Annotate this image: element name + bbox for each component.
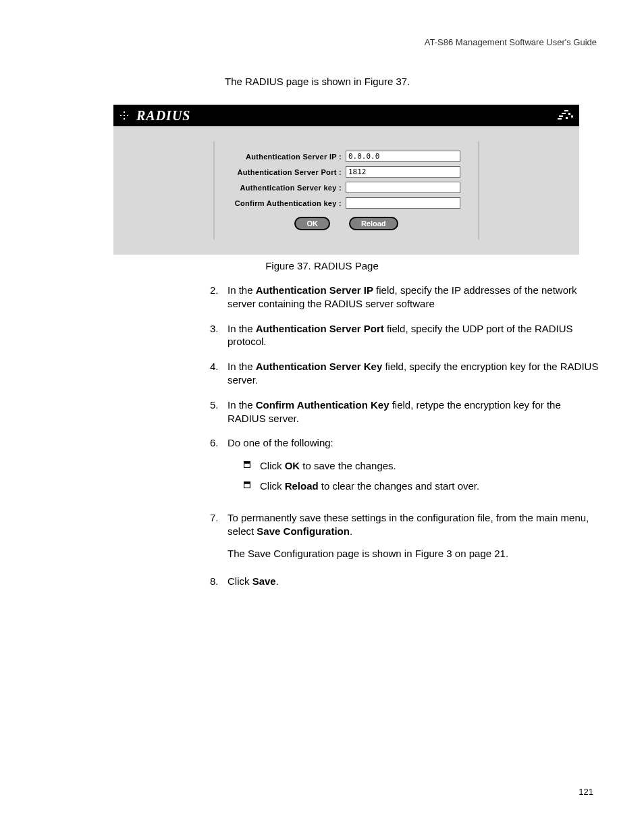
t: In the [227,361,256,372]
t: Click [260,460,285,471]
t: . [276,575,279,587]
t: In the [227,284,256,296]
step-body: In the Confirm Authentication Key field,… [227,398,600,425]
step-3: 3. In the Authentication Server Port fie… [210,322,600,349]
page-number: 121 [579,787,593,797]
t: Click Reload to clear the changes and st… [260,479,479,493]
t-bold: Save Configuration [257,525,350,537]
row-auth-ip: Authentication Server IP : [224,151,468,162]
t: to clear the changes and start over. [319,480,479,492]
intro-text: The RADIUS page is shown in Figure 37. [225,76,410,87]
step-body: In the Authentication Server Key field, … [227,360,600,387]
t-bold: Authentication Server Key [256,361,383,372]
input-auth-ip[interactable] [346,151,460,162]
t: to save the changes. [300,460,396,471]
step-num: 4. [210,360,227,387]
label-auth-ip: Authentication Server IP : [224,153,346,161]
svg-rect-6 [559,115,563,117]
t: Click OK to save the changes. [260,459,396,473]
svg-rect-2 [120,115,122,116]
svg-rect-5 [558,118,562,120]
step-4: 4. In the Authentication Server Key fiel… [210,360,600,387]
input-auth-port[interactable] [346,166,460,178]
t-bold: Authentication Server Port [256,323,384,334]
bullet-icon [244,479,260,493]
label-auth-port: Authentication Server Port : [224,168,346,176]
step-body: Click Save. [227,575,600,588]
svg-rect-0 [124,111,125,113]
reload-button[interactable]: Reload [349,217,398,230]
button-row: OK Reload [224,217,468,230]
screenshot-titlebar: RADIUS [113,105,579,126]
step-body: In the Authentication Server IP field, s… [227,284,600,311]
extra-paragraph: The Save Configuration page is shown in … [227,547,600,561]
step-body: Do one of the following: Click OK to sav… [227,436,600,499]
svg-rect-1 [124,118,125,120]
step-num: 8. [210,575,227,588]
input-auth-key[interactable] [346,182,460,193]
header-guide-title: AT-S86 Management Software User's Guide [425,37,597,47]
t: . [350,525,352,537]
step-2: 2. In the Authentication Server IP field… [210,284,600,311]
form-panel: Authentication Server IP : Authenticatio… [213,141,479,240]
step-8: 8. Click Save. [210,575,600,588]
row-auth-port: Authentication Server Port : [224,166,468,178]
t-bold: Authentication Server IP [256,284,373,296]
t: In the [227,323,256,334]
t: In the [227,399,256,411]
step-body: In the Authentication Server Port field,… [227,322,600,349]
ok-button[interactable]: OK [294,217,330,230]
t-bold: Save [252,575,276,587]
step-num: 5. [210,398,227,425]
t: Click [227,575,252,587]
svg-rect-7 [562,113,566,114]
step-5: 5. In the Confirm Authentication Key fie… [210,398,600,425]
t: Do one of the following: [227,437,333,448]
screenshot-title: RADIUS [136,108,190,124]
svg-rect-10 [571,115,573,118]
step-num: 7. [210,511,227,563]
input-confirm-key[interactable] [346,197,460,209]
t-bold: Reload [285,480,319,492]
label-confirm-key: Confirm Authentication key : [224,199,346,207]
row-confirm-key: Confirm Authentication key : [224,197,468,209]
step-num: 3. [210,322,227,349]
svg-rect-9 [568,113,570,115]
sub-item: Click OK to save the changes. [227,459,600,473]
t: Click [260,480,285,492]
brand-logo-icon [558,109,574,122]
step-num: 6. [210,436,227,499]
step-num: 2. [210,284,227,311]
sub-list: Click OK to save the changes. Click Relo… [227,459,600,493]
svg-rect-3 [127,115,128,116]
step-6: 6. Do one of the following: Click OK to … [210,436,600,499]
svg-rect-8 [564,110,568,111]
svg-rect-11 [566,117,568,119]
label-auth-key: Authentication Server key : [224,184,346,192]
step-body: To permanently save these settings in th… [227,511,600,563]
body-content: 2. In the Authentication Server IP field… [210,284,600,600]
t-bold: Confirm Authentication Key [256,399,390,411]
sub-item: Click Reload to clear the changes and st… [227,479,600,493]
svg-rect-15 [244,481,250,484]
t-bold: OK [285,460,300,471]
row-auth-key: Authentication Server key : [224,182,468,193]
step-7: 7. To permanently save these settings in… [210,511,600,563]
svg-rect-13 [244,462,250,464]
figure-caption: Figure 37. RADIUS Page [0,260,644,271]
radius-screenshot: RADIUS Authentication Server IP : Authen… [113,105,579,255]
svg-rect-4 [124,115,125,116]
bullet-icon [244,459,260,473]
sparkle-icon [120,111,128,120]
